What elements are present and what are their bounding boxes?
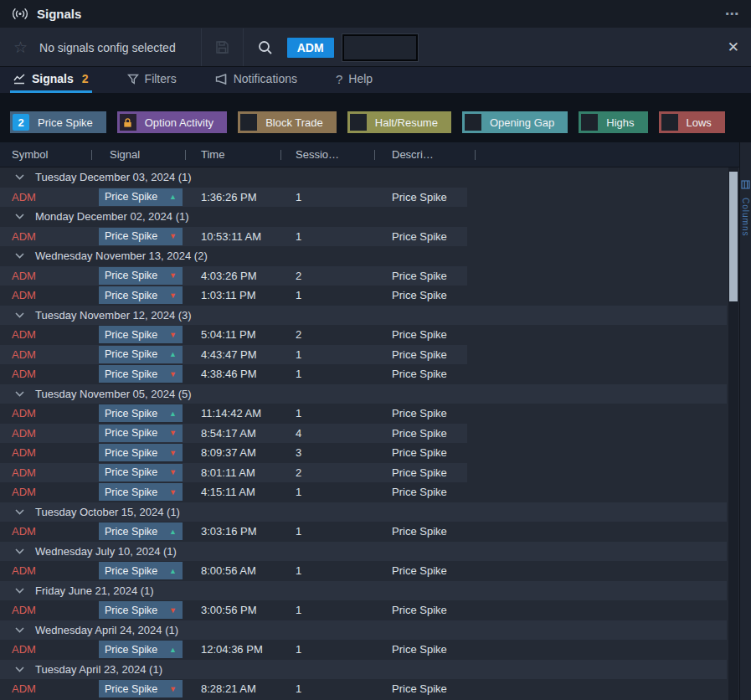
filter-chip-opening-gap[interactable]: Opening Gap bbox=[462, 111, 568, 133]
group-header-row[interactable]: Wednesday July 10, 2024 (1) bbox=[0, 542, 727, 562]
column-resize-handle[interactable] bbox=[280, 150, 281, 160]
signal-row[interactable]: ADMPrice Spike▲8:00:56 AM1Price Spike bbox=[0, 561, 727, 581]
tab-help[interactable]: ? Help bbox=[332, 67, 376, 93]
group-header-row[interactable]: Tuesday December 03, 2024 (1) bbox=[0, 167, 727, 188]
line-chart-icon bbox=[13, 74, 26, 85]
chevron-down-icon[interactable] bbox=[15, 391, 24, 397]
scrollbar-thumb[interactable] bbox=[729, 172, 738, 301]
chevron-down-icon[interactable] bbox=[15, 509, 24, 515]
signal-chip-label: Price Spike bbox=[105, 427, 157, 439]
config-selector-label[interactable]: No signals config selected bbox=[39, 41, 176, 54]
columns-tab-label: Columns bbox=[741, 198, 750, 236]
group-date-label: Wednesday July 10, 2024 (1) bbox=[35, 545, 177, 558]
search-input[interactable] bbox=[342, 34, 418, 61]
symbol-filter-chip[interactable]: ADM bbox=[287, 38, 334, 58]
tab-label: Help bbox=[348, 72, 373, 85]
signal-row[interactable]: ADMPrice Spike▼10:53:11 AM1Price Spike bbox=[0, 227, 727, 247]
signal-chip: Price Spike▲ bbox=[99, 522, 183, 540]
signal-row[interactable]: ADMPrice Spike▲3:03:16 PM1Price Spike bbox=[0, 522, 727, 542]
tab-filters[interactable]: Filters bbox=[124, 67, 180, 93]
column-header-signal[interactable]: Signal bbox=[92, 142, 186, 167]
columns-icon bbox=[741, 178, 750, 193]
chip-checkbox[interactable] bbox=[240, 114, 257, 131]
signal-row[interactable]: ADMPrice Spike▼4:15:11 AM1Price Spike bbox=[0, 482, 727, 502]
broadcast-icon bbox=[12, 8, 28, 20]
session-cell: 2 bbox=[281, 466, 375, 479]
symbol-cell: ADM bbox=[0, 407, 92, 419]
group-header-row[interactable]: Wednesday November 13, 2024 (2) bbox=[0, 246, 727, 266]
group-header-row[interactable]: Wednesday April 24, 2024 (1) bbox=[0, 620, 727, 641]
group-header-row[interactable]: Tuesday November 12, 2024 (3) bbox=[0, 306, 727, 326]
column-resize-handle[interactable] bbox=[374, 150, 375, 160]
signal-row[interactable]: ADMPrice Spike▲4:43:47 PM1Price Spike bbox=[0, 345, 727, 365]
signal-cell: Price Spike▲ bbox=[92, 641, 186, 658]
chip-checkbox[interactable] bbox=[581, 114, 598, 131]
session-cell: 1 bbox=[281, 564, 375, 577]
signal-chip: Price Spike▲ bbox=[99, 188, 183, 206]
overflow-menu-icon[interactable]: ⋯ bbox=[725, 6, 739, 22]
signal-row[interactable]: ADMPrice Spike▲11:14:42 AM1Price Spike bbox=[0, 404, 727, 424]
chip-checkbox[interactable] bbox=[350, 114, 367, 131]
signal-row[interactable]: ADMPrice Spike▲1:36:26 PM1Price Spike bbox=[0, 188, 727, 208]
column-resize-handle[interactable] bbox=[91, 150, 92, 160]
signal-row[interactable]: ADMPrice Spike▼5:04:11 PM2Price Spike bbox=[0, 325, 727, 345]
chevron-down-icon[interactable] bbox=[15, 588, 24, 594]
group-date-label: Tuesday April 23, 2024 (1) bbox=[35, 663, 162, 676]
vertical-scrollbar[interactable] bbox=[728, 167, 738, 700]
filter-chip-option-activity[interactable]: Option Activity bbox=[117, 111, 227, 133]
columns-side-tab[interactable]: Columns bbox=[739, 142, 751, 700]
signal-chip: Price Spike▲ bbox=[99, 641, 183, 658]
signal-row[interactable]: ADMPrice Spike▼3:00:56 PM1Price Spike bbox=[0, 600, 727, 620]
filter-chip-halt-resume[interactable]: Halt/Resume bbox=[347, 111, 451, 133]
chevron-down-icon[interactable] bbox=[15, 253, 24, 259]
signal-chip-label: Price Spike bbox=[105, 486, 157, 498]
save-button[interactable] bbox=[202, 40, 243, 54]
group-header-row[interactable]: Tuesday November 05, 2024 (5) bbox=[0, 384, 727, 404]
group-header-row[interactable]: Tuesday April 23, 2024 (1) bbox=[0, 660, 727, 680]
filter-chip-lows[interactable]: Lows bbox=[659, 111, 725, 133]
session-cell: 2 bbox=[281, 270, 375, 282]
close-icon[interactable]: ✕ bbox=[728, 39, 739, 56]
signal-row[interactable]: ADMPrice Spike▼1:03:11 PM1Price Spike bbox=[0, 286, 727, 306]
column-header-symbol[interactable]: Symbol bbox=[0, 142, 92, 167]
group-header-row[interactable]: Monday December 02, 2024 (1) bbox=[0, 207, 727, 227]
signal-type-filter-bar: 2Price SpikeOption ActivityBlock TradeHa… bbox=[0, 93, 751, 142]
signal-row[interactable]: ADMPrice Spike▲12:04:36 PM1Price Spike bbox=[0, 640, 727, 660]
filter-chip-price-spike[interactable]: 2Price Spike bbox=[10, 111, 106, 133]
column-header-time[interactable]: Time bbox=[186, 142, 281, 167]
group-date-label: Wednesday April 24, 2024 (1) bbox=[35, 624, 178, 636]
tab-notifications[interactable]: Notifications bbox=[212, 67, 301, 93]
direction-down-icon: ▼ bbox=[169, 429, 177, 437]
session-cell: 2 bbox=[281, 328, 375, 341]
chevron-down-icon[interactable] bbox=[15, 174, 24, 180]
chevron-down-icon[interactable] bbox=[15, 667, 24, 672]
group-header-row[interactable]: Friday June 21, 2024 (1) bbox=[0, 581, 727, 601]
filter-chip-block-trade[interactable]: Block Trade bbox=[238, 111, 337, 133]
signal-row[interactable]: ADMPrice Spike▼4:38:46 PM1Price Spike bbox=[0, 364, 727, 384]
signal-row[interactable]: ADMPrice Spike▼8:54:17 AM4Price Spike bbox=[0, 424, 727, 444]
description-cell: Price Spike bbox=[375, 446, 447, 459]
column-resize-handle[interactable] bbox=[475, 150, 476, 160]
column-header-sessio[interactable]: Sessio… bbox=[281, 142, 375, 167]
signal-row[interactable]: ADMPrice Spike▼8:28:21 AM1Price Spike bbox=[0, 679, 727, 699]
description-cell: Price Spike bbox=[375, 191, 447, 203]
signal-row[interactable]: ADMPrice Spike▼8:09:37 AM3Price Spike bbox=[0, 443, 727, 463]
time-cell: 11:14:42 AM bbox=[186, 407, 281, 419]
direction-up-icon: ▲ bbox=[169, 646, 177, 654]
signal-row[interactable]: ADMPrice Spike▼8:01:11 AM2Price Spike bbox=[0, 463, 727, 483]
chip-checkbox[interactable] bbox=[661, 114, 678, 131]
favorite-star-icon[interactable]: ☆ bbox=[13, 38, 28, 57]
chevron-down-icon[interactable] bbox=[15, 312, 24, 318]
group-header-row[interactable]: Tuesday October 15, 2024 (1) bbox=[0, 502, 727, 522]
chevron-down-icon[interactable] bbox=[15, 548, 24, 554]
chip-checkbox[interactable] bbox=[465, 114, 481, 131]
chevron-down-icon[interactable] bbox=[15, 627, 24, 633]
tab-signals[interactable]: Signals 2 bbox=[10, 67, 92, 93]
direction-up-icon: ▲ bbox=[169, 528, 177, 536]
chevron-down-icon[interactable] bbox=[15, 214, 24, 219]
signal-cell: Price Spike▼ bbox=[92, 464, 186, 481]
column-resize-handle[interactable] bbox=[185, 150, 186, 160]
filter-chip-highs[interactable]: Highs bbox=[579, 111, 647, 133]
signal-row[interactable]: ADMPrice Spike▼4:03:26 PM2Price Spike bbox=[0, 266, 727, 286]
column-header-descri[interactable]: Descri… bbox=[375, 142, 476, 167]
